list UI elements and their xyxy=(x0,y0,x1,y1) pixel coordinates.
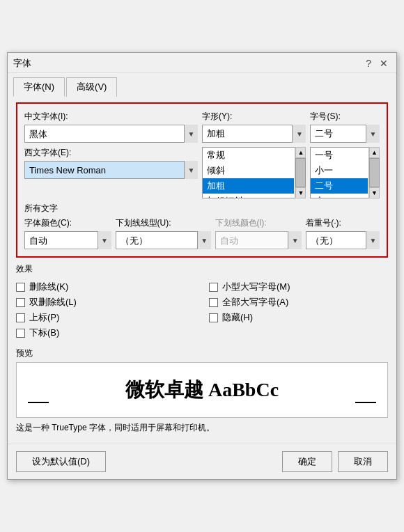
subscript-checkbox[interactable] xyxy=(16,329,25,338)
underline-style-select[interactable]: （无） xyxy=(116,231,211,249)
west-font-field: 西文字体(E): Times New Roman ▼ xyxy=(24,147,198,198)
size-select-wrapper: 二号 ▼ xyxy=(310,125,380,143)
effects-title: 效果 xyxy=(16,263,388,275)
effect-strikethrough: 删除线(K) xyxy=(16,281,195,293)
size-scroll-down[interactable]: ▼ xyxy=(369,187,380,198)
style-scroll-down[interactable]: ▼ xyxy=(295,187,306,198)
tab-advanced[interactable]: 高级(V) xyxy=(66,77,117,97)
size-listbox-field: 一号 小一 二号 小二 ▲ ▼ xyxy=(310,147,380,198)
underline-style-select-wrapper: （无） ▼ xyxy=(116,231,211,249)
effect-subscript: 下标(B) xyxy=(16,327,195,339)
font-row2: 西文字体(E): Times New Roman ▼ 常规 倾斜 xyxy=(24,147,380,198)
dialog-content: 中文字体(I): 黑体 ▼ 字形(Y): 加粗 ▼ xyxy=(8,97,396,441)
size-display[interactable]: 二号 xyxy=(310,125,380,143)
allcaps-checkbox[interactable] xyxy=(209,298,218,307)
font-color-field: 字体颜色(C): 自动 ▼ xyxy=(24,217,111,249)
strikethrough-checkbox[interactable] xyxy=(16,283,25,292)
effect-allcaps: 全部大写字母(A) xyxy=(209,296,388,308)
effects-grid: 删除线(K) 小型大写字母(M) 双删除线(L) 全部大写字母(A) 上标(P) xyxy=(16,278,388,342)
strikethrough-label: 删除线(K) xyxy=(29,281,68,293)
effects-section: 效果 删除线(K) 小型大写字母(M) 双删除线(L) 全部大写字母(A) xyxy=(16,263,388,342)
size-field: 字号(S): 二号 ▼ xyxy=(310,111,380,143)
style-option-italic[interactable]: 倾斜 xyxy=(203,163,294,178)
font-color-label: 字体颜色(C): xyxy=(24,217,111,229)
underline-color-select[interactable]: 自动 xyxy=(215,231,302,249)
size-option-xiao2[interactable]: 小二 xyxy=(311,194,368,198)
style-label: 字形(Y): xyxy=(202,111,306,123)
effect-superscript: 上标(P) xyxy=(16,311,195,324)
allcaps-label: 全部大写字母(A) xyxy=(222,296,288,308)
style-field: 字形(Y): 加粗 ▼ xyxy=(202,111,306,143)
effect-hidden: 隐藏(H) xyxy=(209,311,388,324)
subscript-label: 下标(B) xyxy=(29,327,59,339)
dialog-title: 字体 xyxy=(13,57,31,70)
all-text-label: 所有文字 xyxy=(24,203,380,214)
style-option-bolditalic[interactable]: 加粗倾斜 xyxy=(203,194,294,198)
emphasis-select-wrapper: （无） ▼ xyxy=(306,231,380,249)
default-button[interactable]: 设为默认值(D) xyxy=(16,451,106,472)
size-scroll-up[interactable]: ▲ xyxy=(369,147,380,158)
style-display[interactable]: 加粗 xyxy=(202,125,306,143)
size-listbox-wrap: 一号 小一 二号 小二 ▲ ▼ xyxy=(310,147,380,198)
font-row1: 中文字体(I): 黑体 ▼ 字形(Y): 加粗 ▼ xyxy=(24,111,380,143)
smallcaps-checkbox[interactable] xyxy=(209,283,218,292)
style-scroll-up[interactable]: ▲ xyxy=(295,147,306,158)
title-controls: ? ✕ xyxy=(363,58,391,69)
chinese-font-select[interactable]: 黑体 xyxy=(24,125,198,143)
style-listbox-field: 常规 倾斜 加粗 加粗倾斜 ▲ ▼ xyxy=(202,147,306,198)
tab-font-label: 字体(N) xyxy=(24,81,54,92)
font-color-select-wrapper: 自动 ▼ xyxy=(24,231,111,249)
size-label: 字号(S): xyxy=(310,111,380,123)
chinese-font-select-wrapper: 黑体 ▼ xyxy=(24,125,198,143)
underline-color-field: 下划线颜色(l): 自动 ▼ xyxy=(215,217,302,249)
style-select-wrapper: 加粗 ▼ xyxy=(202,125,306,143)
font-row3: 字体颜色(C): 自动 ▼ 下划线线型(U): （无） ▼ xyxy=(24,217,380,249)
chinese-font-field: 中文字体(I): 黑体 ▼ xyxy=(24,111,198,143)
ok-button[interactable]: 确定 xyxy=(282,451,332,472)
style-listbox-wrap: 常规 倾斜 加粗 加粗倾斜 ▲ ▼ xyxy=(202,147,306,198)
style-option-bold[interactable]: 加粗 xyxy=(203,178,294,194)
preview-desc: 这是一种 TrueType 字体，同时适用于屏幕和打印机。 xyxy=(16,422,388,434)
tab-advanced-label: 高级(V) xyxy=(77,81,107,92)
emphasis-label: 着重号(·): xyxy=(306,217,380,229)
tab-font[interactable]: 字体(N) xyxy=(13,77,65,97)
size-option-2[interactable]: 二号 xyxy=(311,178,368,194)
size-option-xiao1[interactable]: 一号 xyxy=(311,148,368,163)
size-scroll-thumb[interactable] xyxy=(369,158,380,187)
help-button[interactable]: ? xyxy=(363,58,374,69)
style-listbox[interactable]: 常规 倾斜 加粗 加粗倾斜 xyxy=(202,147,306,198)
style-scroll-thumb[interactable] xyxy=(295,158,306,187)
underline-style-label: 下划线线型(U): xyxy=(116,217,211,229)
preview-line-left xyxy=(28,402,49,403)
font-selection-box: 中文字体(I): 黑体 ▼ 字形(Y): 加粗 ▼ xyxy=(16,102,388,258)
preview-line-right xyxy=(355,402,376,403)
dialog-footer: 设为默认值(D) 确定 取消 xyxy=(8,444,396,479)
superscript-checkbox[interactable] xyxy=(16,313,25,322)
title-bar: 字体 ? ✕ xyxy=(8,53,396,73)
underline-color-select-wrapper: 自动 ▼ xyxy=(215,231,302,249)
chinese-font-label: 中文字体(I): xyxy=(24,111,198,123)
dblstrikethrough-checkbox[interactable] xyxy=(16,298,25,307)
style-option-normal[interactable]: 常规 xyxy=(203,148,294,163)
tab-bar: 字体(N) 高级(V) xyxy=(8,73,396,97)
hidden-checkbox[interactable] xyxy=(209,313,218,322)
preview-section: 预览 微软卓越 AaBbCc 这是一种 TrueType 字体，同时适用于屏幕和… xyxy=(16,347,388,434)
west-font-select-wrapper: Times New Roman ▼ xyxy=(24,161,198,179)
effect-dblstrikethrough: 双删除线(L) xyxy=(16,296,195,308)
dblstrikethrough-label: 双删除线(L) xyxy=(29,296,77,308)
size-scrollbar[interactable]: ▲ ▼ xyxy=(368,147,380,198)
preview-title: 预览 xyxy=(16,347,388,359)
font-color-select[interactable]: 自动 xyxy=(24,231,111,249)
emphasis-field: 着重号(·): （无） ▼ xyxy=(306,217,380,249)
superscript-label: 上标(P) xyxy=(29,311,59,324)
cancel-button[interactable]: 取消 xyxy=(338,451,388,472)
effect-smallcaps: 小型大写字母(M) xyxy=(209,281,388,293)
preview-box: 微软卓越 AaBbCc xyxy=(16,362,388,418)
underline-style-field: 下划线线型(U): （无） ▼ xyxy=(116,217,211,249)
font-dialog: 字体 ? ✕ 字体(N) 高级(V) 中文字体(I): 黑体 xyxy=(7,52,397,480)
emphasis-select[interactable]: （无） xyxy=(306,231,380,249)
west-font-select[interactable]: Times New Roman xyxy=(24,161,198,179)
close-button[interactable]: ✕ xyxy=(377,58,391,69)
size-option-1[interactable]: 小一 xyxy=(311,163,368,178)
style-scrollbar[interactable]: ▲ ▼ xyxy=(295,147,306,198)
